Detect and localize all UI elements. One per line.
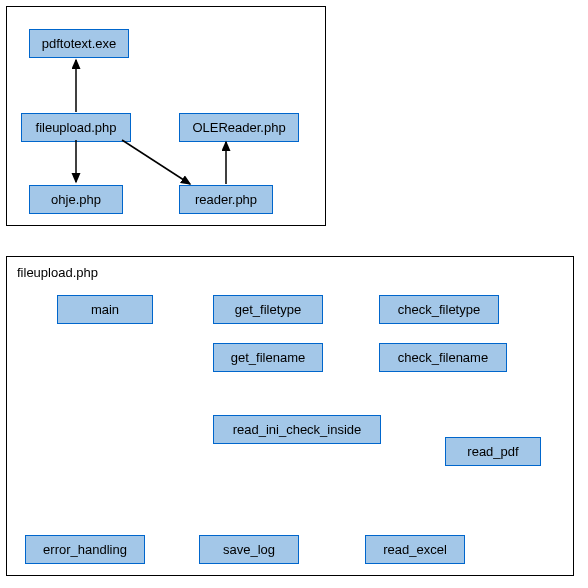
node-read-ini-check-inside: read_ini_check_inside — [213, 415, 381, 444]
title-text: fileupload.php — [17, 265, 98, 280]
node-label: read_pdf — [467, 444, 518, 459]
node-label: error_handling — [43, 542, 127, 557]
node-label: read_ini_check_inside — [233, 422, 362, 437]
node-label: get_filename — [231, 350, 305, 365]
bottom-container: fileupload.php main get_filetype check_f… — [6, 256, 574, 576]
node-get-filename: get_filename — [213, 343, 323, 372]
node-get-filetype: get_filetype — [213, 295, 323, 324]
node-check-filename: check_filename — [379, 343, 507, 372]
container-title: fileupload.php — [17, 265, 98, 280]
node-label: read_excel — [383, 542, 447, 557]
node-read-pdf: read_pdf — [445, 437, 541, 466]
node-label: main — [91, 302, 119, 317]
node-read-excel: read_excel — [365, 535, 465, 564]
node-main: main — [57, 295, 153, 324]
node-label: save_log — [223, 542, 275, 557]
svg-line-3 — [122, 140, 190, 184]
node-label: check_filename — [398, 350, 488, 365]
node-check-filetype: check_filetype — [379, 295, 499, 324]
node-save-log: save_log — [199, 535, 299, 564]
node-error-handling: error_handling — [25, 535, 145, 564]
node-label: get_filetype — [235, 302, 302, 317]
node-label: check_filetype — [398, 302, 480, 317]
